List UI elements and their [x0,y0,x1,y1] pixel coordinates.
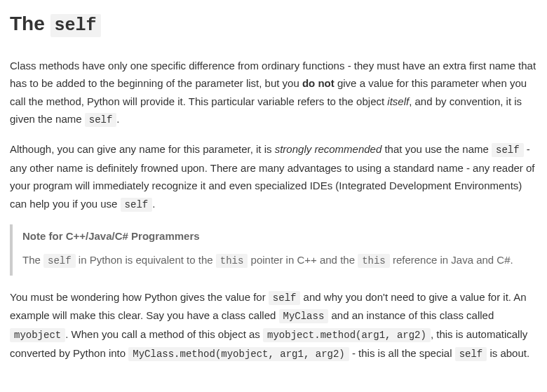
inline-code: self [121,198,153,212]
text: - this is all the special [349,347,455,359]
inline-code: self [492,143,524,157]
note-body: The self in Python is equivalent to the … [22,251,527,270]
inline-code: MyClass.method(myobject, arg1, arg2) [128,347,349,361]
page-title: The self [10,7,537,41]
inline-code: self [455,347,487,361]
inline-code: self [43,254,76,268]
italic-text: strongly recommended [275,143,382,155]
bold-text: do not [302,77,335,89]
heading-code: self [50,14,101,37]
inline-code: this [358,254,390,268]
text: is about. [487,347,529,359]
italic-text: itself [387,95,409,107]
text: . [116,113,119,125]
text: . When you call a method of this object … [65,328,263,340]
inline-code: MyClass [279,309,329,323]
text: . [152,198,155,210]
inline-code: self [269,291,301,305]
paragraph-2: Although, you can give any name for this… [10,140,537,214]
text: Although, you can give any name for this… [10,143,275,155]
text: reference in Java and C#. [390,254,513,266]
text: pointer in C++ and the [248,254,358,266]
text: and an instance of this class called [328,309,494,321]
paragraph-1: Class methods have only one specific dif… [10,57,537,129]
inline-code: self [85,113,117,127]
note-title: Note for C++/Java/C# Programmers [22,227,527,245]
inline-code: myobject.method(arg1, arg2) [263,328,431,342]
heading-text: The [10,13,50,34]
inline-code: this [216,254,248,268]
text: You must be wondering how Python gives t… [10,291,269,303]
text: The [22,254,43,266]
text: that you use the name [381,143,492,155]
text: in Python is equivalent to the [76,254,216,266]
paragraph-3: You must be wondering how Python gives t… [10,288,537,363]
inline-code: myobject [10,328,65,342]
note-block: Note for C++/Java/C# Programmers The sel… [10,224,537,275]
